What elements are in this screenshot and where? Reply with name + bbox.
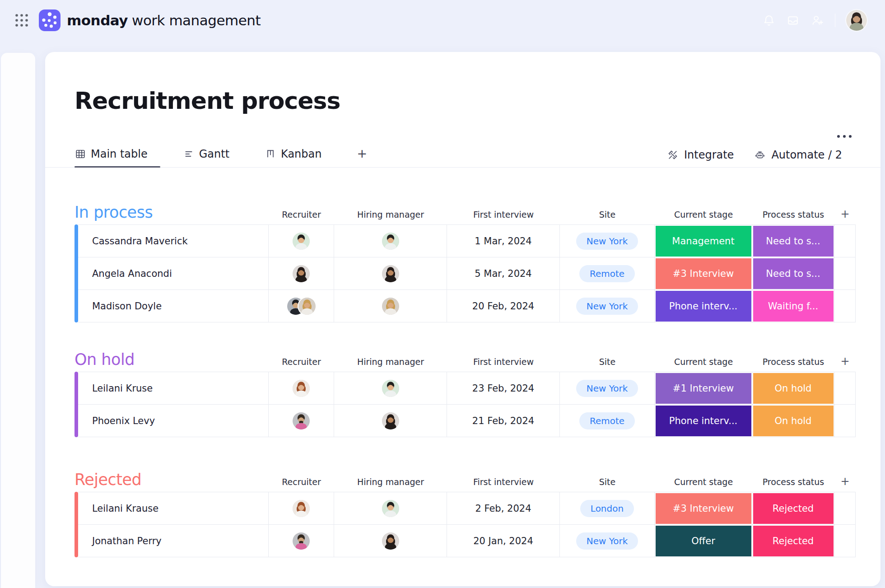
item-name-cell[interactable]: Angela Anacondi: [78, 257, 269, 289]
column-header-hiring-manager[interactable]: Hiring manager: [334, 477, 447, 489]
first-interview-cell[interactable]: 21 Feb, 2024: [447, 405, 560, 437]
column-header-process-status[interactable]: Process status: [752, 357, 834, 369]
hiring-manager-cell[interactable]: [334, 492, 447, 524]
column-header-hiring-manager[interactable]: Hiring manager: [334, 357, 447, 369]
column-header-first-interview[interactable]: First interview: [447, 477, 560, 489]
add-column-button[interactable]: +: [834, 475, 856, 489]
empty-add-cell[interactable]: [834, 257, 856, 289]
column-header-process-status[interactable]: Process status: [752, 477, 834, 489]
site-cell[interactable]: New York: [560, 372, 655, 404]
current-stage-cell[interactable]: #1 Interview: [655, 372, 752, 404]
column-header-site[interactable]: Site: [560, 210, 655, 222]
monday-logo-icon[interactable]: [39, 9, 61, 31]
board-options-menu-icon[interactable]: [834, 132, 854, 140]
process-status-cell[interactable]: Rejected: [752, 525, 834, 557]
column-header-site[interactable]: Site: [560, 357, 655, 369]
process-status-cell[interactable]: Need to s...: [752, 225, 834, 257]
process-status-cell[interactable]: Waiting f...: [752, 290, 834, 322]
site-cell[interactable]: Remote: [560, 257, 655, 289]
recruiter-cell[interactable]: [269, 225, 334, 257]
item-name-cell[interactable]: Cassandra Maverick: [78, 225, 269, 257]
group-title[interactable]: Rejected: [75, 470, 269, 489]
current-stage-cell[interactable]: Phone interv...: [655, 290, 752, 322]
tab-label: Gantt: [199, 148, 229, 160]
current-stage-cell[interactable]: #3 Interview: [655, 257, 752, 289]
hiring-manager-cell[interactable]: [334, 372, 447, 404]
item-name-cell[interactable]: Madison Doyle: [78, 290, 269, 322]
integrate-button[interactable]: Integrate: [667, 149, 734, 161]
site-cell[interactable]: New York: [560, 225, 655, 257]
recruiter-cell[interactable]: [269, 405, 334, 437]
group-title[interactable]: In process: [75, 203, 269, 222]
tab-gantt[interactable]: Gantt: [183, 148, 242, 168]
add-column-button[interactable]: +: [834, 355, 856, 369]
recruiter-cell[interactable]: [269, 525, 334, 557]
add-column-button[interactable]: +: [834, 208, 856, 222]
empty-add-cell[interactable]: [834, 290, 856, 322]
add-view-button[interactable]: +: [357, 146, 372, 168]
first-interview-cell[interactable]: 5 Mar, 2024: [447, 257, 560, 289]
empty-add-cell[interactable]: [834, 405, 856, 437]
hiring-manager-cell[interactable]: [334, 225, 447, 257]
empty-add-cell[interactable]: [834, 525, 856, 557]
empty-add-cell[interactable]: [834, 372, 856, 404]
empty-add-cell[interactable]: [834, 225, 856, 257]
empty-add-cell[interactable]: [834, 492, 856, 524]
recruiter-cell[interactable]: [269, 372, 334, 404]
column-header-current-stage[interactable]: Current stage: [655, 210, 752, 222]
hiring-manager-cell[interactable]: [334, 405, 447, 437]
first-interview-cell[interactable]: 20 Feb, 2024: [447, 290, 560, 322]
column-header-hiring-manager[interactable]: Hiring manager: [334, 210, 447, 222]
recruiter-cell[interactable]: [269, 492, 334, 524]
first-interview-cell[interactable]: 1 Mar, 2024: [447, 225, 560, 257]
collapsed-sidebar-panel[interactable]: [1, 53, 35, 588]
process-status-value: Need to s...: [753, 258, 834, 289]
process-status-cell[interactable]: Need to s...: [752, 257, 834, 289]
first-interview-cell[interactable]: 23 Feb, 2024: [447, 372, 560, 404]
topbar-divider: [835, 14, 835, 27]
tab-kanban[interactable]: Kanban: [265, 148, 334, 168]
current-stage-cell[interactable]: Offer: [655, 525, 752, 557]
item-name-cell[interactable]: Leilani Kruse: [78, 372, 269, 404]
user-avatar[interactable]: [846, 10, 867, 31]
recruiter-avatars: [293, 380, 310, 397]
current-stage-cell[interactable]: Management: [655, 225, 752, 257]
column-header-first-interview[interactable]: First interview: [447, 210, 560, 222]
group-rejected: RejectedRecruiterHiring managerFirst int…: [75, 463, 856, 557]
inbox-tray-icon[interactable]: [786, 14, 800, 27]
recruiter-cell[interactable]: [269, 257, 334, 289]
column-header-process-status[interactable]: Process status: [752, 210, 834, 222]
current-stage-cell[interactable]: Phone interv...: [655, 405, 752, 437]
first-interview-cell[interactable]: 20 Jan, 2024: [447, 525, 560, 557]
tab-main-table[interactable]: Main table: [75, 148, 160, 168]
process-status-cell[interactable]: On hold: [752, 405, 834, 437]
hiring-manager-cell[interactable]: [334, 257, 447, 289]
column-header-first-interview[interactable]: First interview: [447, 357, 560, 369]
column-header-site[interactable]: Site: [560, 477, 655, 489]
site-cell[interactable]: New York: [560, 290, 655, 322]
item-name-cell[interactable]: Jonathan Perry: [78, 525, 269, 557]
column-header-current-stage[interactable]: Current stage: [655, 477, 752, 489]
automate-button[interactable]: Automate / 2: [755, 149, 842, 161]
app-switcher-icon[interactable]: [15, 14, 28, 27]
current-stage-cell[interactable]: #3 Interview: [655, 492, 752, 524]
hiring-manager-cell[interactable]: [334, 525, 447, 557]
process-status-cell[interactable]: Rejected: [752, 492, 834, 524]
site-cell[interactable]: New York: [560, 525, 655, 557]
column-header-current-stage[interactable]: Current stage: [655, 357, 752, 369]
group-title[interactable]: On hold: [75, 350, 269, 369]
hiring-manager-cell[interactable]: [334, 290, 447, 322]
site-cell[interactable]: London: [560, 492, 655, 524]
process-status-cell[interactable]: On hold: [752, 372, 834, 404]
column-header-recruiter[interactable]: Recruiter: [269, 210, 334, 222]
recruiter-cell[interactable]: [269, 290, 334, 322]
invite-member-icon[interactable]: [810, 14, 824, 27]
item-name-cell[interactable]: Leilani Krause: [78, 492, 269, 524]
item-name-cell[interactable]: Phoenix Levy: [78, 405, 269, 437]
notifications-bell-icon[interactable]: [763, 14, 775, 27]
integrate-icon: [667, 149, 678, 160]
column-header-recruiter[interactable]: Recruiter: [269, 477, 334, 489]
first-interview-cell[interactable]: 2 Feb, 2024: [447, 492, 560, 524]
column-header-recruiter[interactable]: Recruiter: [269, 357, 334, 369]
site-cell[interactable]: Remote: [560, 405, 655, 437]
